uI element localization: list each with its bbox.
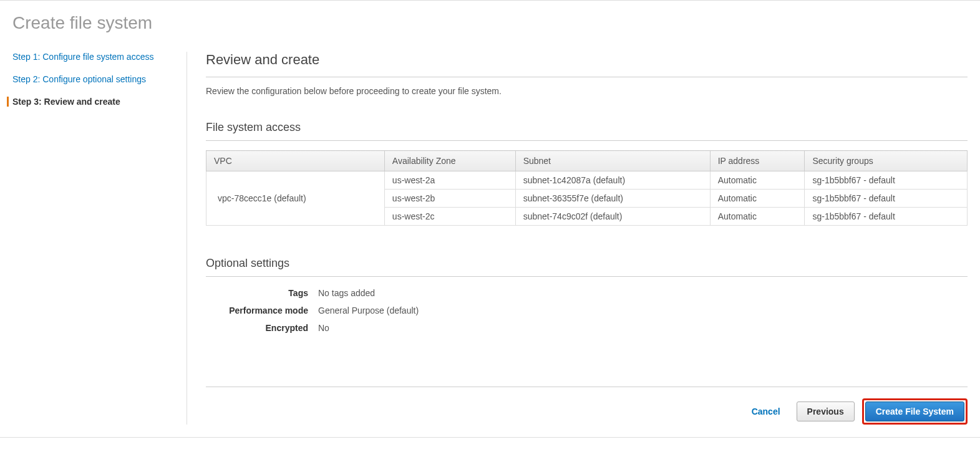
subnet-cell: subnet-36355f7e (default) xyxy=(515,190,710,208)
tags-label: Tags xyxy=(206,288,318,298)
create-file-system-button[interactable]: Create File System xyxy=(865,402,964,421)
ip-cell: Automatic xyxy=(710,190,805,208)
page-title: Create file system xyxy=(12,13,968,33)
ip-cell: Automatic xyxy=(710,171,805,190)
az-cell: us-west-2b xyxy=(384,190,515,208)
wizard-steps-sidebar: Step 1: Configure file system access Ste… xyxy=(12,52,187,425)
sg-cell: sg-1b5bbf67 - default xyxy=(805,190,968,208)
col-az: Availability Zone xyxy=(384,151,515,171)
col-vpc: VPC xyxy=(206,151,385,171)
review-heading: Review and create xyxy=(206,52,968,77)
settings-row-encrypted: Encrypted No xyxy=(206,319,968,337)
encrypted-label: Encrypted xyxy=(206,323,318,333)
optional-settings-block: Tags No tags added Performance mode Gene… xyxy=(206,284,968,337)
access-table: VPC Availability Zone Subnet IP address … xyxy=(206,150,968,226)
ip-cell: Automatic xyxy=(710,208,805,226)
step-2-link[interactable]: Step 2: Configure optional settings xyxy=(12,74,174,84)
table-row: vpc-78cecc1e (default) us-west-2a subnet… xyxy=(206,171,968,190)
performance-value: General Purpose (default) xyxy=(318,305,419,315)
previous-button[interactable]: Previous xyxy=(797,402,855,421)
wizard-footer: Cancel Previous Create File System xyxy=(206,387,968,425)
file-system-access-title: File system access xyxy=(206,121,968,141)
subnet-cell: subnet-74c9c02f (default) xyxy=(515,208,710,226)
az-cell: us-west-2a xyxy=(384,171,515,190)
main-content: Review and create Review the configurati… xyxy=(187,52,968,425)
sg-cell: sg-1b5bbf67 - default xyxy=(805,171,968,190)
create-button-highlight: Create File System xyxy=(862,398,968,425)
encrypted-value: No xyxy=(318,323,329,333)
optional-settings-title: Optional settings xyxy=(206,257,968,277)
step-3-link[interactable]: Step 3: Review and create xyxy=(7,97,174,107)
sg-cell: sg-1b5bbf67 - default xyxy=(805,208,968,226)
step-1-link[interactable]: Step 1: Configure file system access xyxy=(12,52,174,62)
settings-row-performance: Performance mode General Purpose (defaul… xyxy=(206,302,968,319)
settings-row-tags: Tags No tags added xyxy=(206,284,968,302)
az-cell: us-west-2c xyxy=(384,208,515,226)
review-subtitle: Review the configuration below before pr… xyxy=(206,86,968,96)
cancel-button[interactable]: Cancel xyxy=(743,402,789,421)
performance-label: Performance mode xyxy=(206,305,318,315)
table-header-row: VPC Availability Zone Subnet IP address … xyxy=(206,151,968,171)
col-subnet: Subnet xyxy=(515,151,710,171)
subnet-cell: subnet-1c42087a (default) xyxy=(515,171,710,190)
col-sg: Security groups xyxy=(805,151,968,171)
col-ip: IP address xyxy=(710,151,805,171)
tags-value: No tags added xyxy=(318,288,375,298)
vpc-cell: vpc-78cecc1e (default) xyxy=(206,171,385,226)
